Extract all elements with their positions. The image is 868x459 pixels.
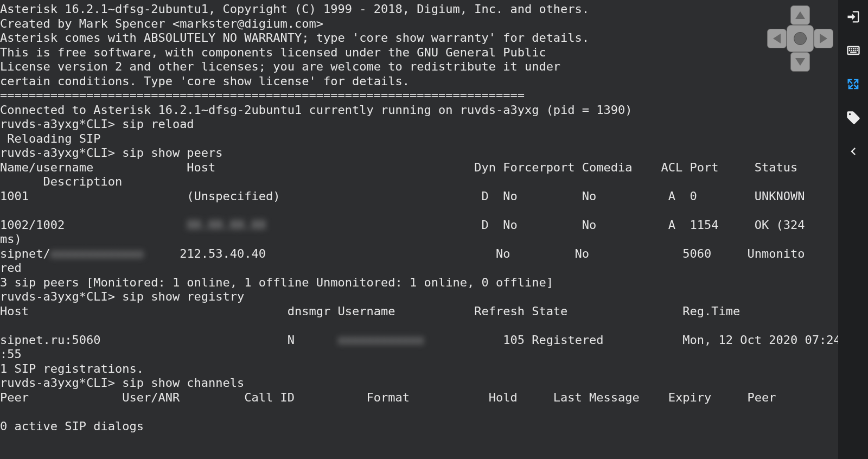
redacted-ip: XX.XX.XX.XX — [187, 218, 266, 232]
chevron-left-icon — [846, 144, 861, 159]
exit-button[interactable] — [838, 0, 868, 34]
exit-icon — [846, 9, 861, 24]
right-toolbar — [838, 0, 868, 459]
line: red — [0, 261, 22, 275]
dpad-right-button[interactable] — [814, 29, 833, 48]
fullscreen-icon — [846, 76, 861, 92]
line: ruvds-a3yxg*CLI> sip show channels — [0, 376, 244, 390]
line: 3 sip peers [Monitored: 1 online, 1 offl… — [0, 276, 553, 289]
dpad-center-button[interactable] — [787, 25, 814, 52]
line: 1 SIP registrations. — [0, 362, 144, 375]
line: Asterisk 16.2.1~dfsg-2ubuntu1, Copyright… — [0, 2, 589, 16]
line: ruvds-a3yxg*CLI> sip show registry — [0, 290, 244, 303]
line: 1001 (Unspecified) D No No A 0 UNKNOWN — [0, 189, 805, 203]
line: :55 — [0, 347, 22, 361]
line: ruvds-a3yxg*CLI> sip reload — [0, 117, 194, 131]
line: Description — [0, 175, 122, 188]
keyboard-icon — [846, 43, 861, 58]
tag-icon — [846, 110, 861, 125]
line: Host dnsmgr Username Refresh State Reg.T… — [0, 304, 740, 318]
terminal-output[interactable]: Asterisk 16.2.1~dfsg-2ubuntu1, Copyright… — [0, 2, 816, 433]
line: Name/username Host Dyn Forcerport Comedi… — [0, 161, 797, 174]
keyboard-button[interactable] — [838, 34, 868, 67]
line: 0 active SIP dialogs — [0, 419, 144, 433]
line: Connected to Asterisk 16.2.1~dfsg-2ubunt… — [0, 103, 633, 117]
line: certain conditions. Type 'core show lice… — [0, 74, 410, 88]
fullscreen-button[interactable] — [838, 67, 868, 101]
line: 1002/1002 XX.XX.XX.XX D No No A 1154 OK … — [0, 218, 812, 232]
dpad-left-button[interactable] — [767, 29, 787, 48]
redacted-username: xxxxxxxxxxxxx — [50, 247, 144, 260]
line: sipnet.ru:5060 N xxxxxxxxxxxx 105 Regist… — [0, 333, 841, 347]
line: License version 2 and other licenses; yo… — [0, 60, 560, 73]
dpad-down-button[interactable] — [790, 52, 810, 72]
line: This is free software, with components l… — [0, 46, 546, 59]
tag-button[interactable] — [838, 101, 868, 135]
dpad — [765, 3, 835, 74]
line: Reloading SIP — [0, 132, 100, 145]
line: ========================================… — [0, 88, 525, 102]
line: Created by Mark Spencer <markster@digium… — [0, 17, 323, 30]
line: ruvds-a3yxg*CLI> sip show peers — [0, 146, 223, 160]
line: Peer User/ANR Call ID Format Hold Last M… — [0, 391, 776, 404]
line: sipnet/xxxxxxxxxxxxx 212.53.40.40 No No … — [0, 247, 805, 260]
back-button[interactable] — [838, 135, 868, 168]
line: Asterisk comes with ABSOLUTELY NO WARRAN… — [0, 31, 589, 44]
line: ms) — [0, 232, 22, 246]
dpad-up-button[interactable] — [790, 5, 810, 25]
redacted-username: xxxxxxxxxxxx — [338, 333, 424, 347]
